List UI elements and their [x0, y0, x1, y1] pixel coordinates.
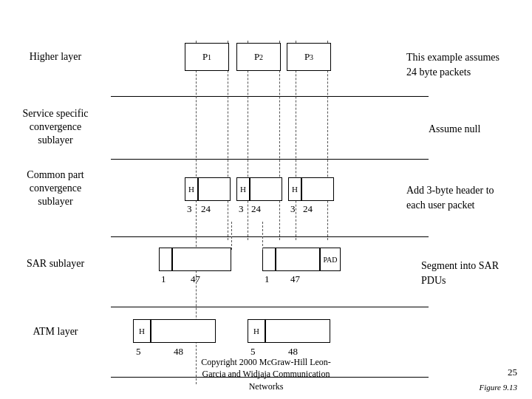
atm-data2 [265, 319, 330, 343]
annotation-higher: This example assumes 24 byte packets [406, 50, 525, 79]
sar-label-47-1: 47 [191, 273, 200, 285]
sar-seg2-1 [262, 248, 276, 271]
cpcs-label-3-2: 3 [239, 203, 244, 215]
cpcs-data2 [250, 177, 282, 201]
atm-layer-label: ATM layer [7, 325, 103, 338]
sar-label-1-1: 1 [161, 273, 166, 285]
hline-1 [111, 96, 429, 97]
atm-data1 [151, 319, 216, 343]
annotation-service: Assume null [429, 122, 525, 137]
packet-p2: P2 [236, 43, 281, 71]
cpcs-data1 [198, 177, 231, 201]
cpcs-data3 [301, 177, 334, 201]
cpcs-h2: H [236, 177, 250, 201]
cpcs-label-3-3: 3 [290, 203, 296, 215]
cpcs-h1: H [185, 177, 198, 201]
atm-label-5-1: 5 [136, 346, 141, 358]
sar-pad: PAD [320, 248, 341, 271]
vdash-sar-1 [231, 222, 232, 250]
atm-h1: H [133, 319, 151, 343]
higher-layer-label: Higher layer [7, 50, 103, 64]
diagram: Higher layer Service specific convergenc… [0, 0, 532, 399]
page-number: 25 [508, 366, 517, 378]
annotation-sar: Segment into SAR PDUs [421, 259, 525, 287]
sar-label-1-2: 1 [265, 273, 270, 285]
figure-label: Figure 9.13 [479, 383, 517, 392]
footer-copyright: Copyright 2000 McGraw-Hill Leon- Garcia … [201, 356, 331, 393]
atm-h2: H [248, 319, 265, 343]
packet-p1: P1 [185, 43, 229, 71]
hline-2 [111, 159, 429, 160]
hline-4 [111, 307, 429, 307]
cpcs-h3: H [288, 177, 301, 201]
vdash-sar-2 [262, 222, 263, 250]
cpcs-label-24-3: 24 [303, 203, 313, 215]
annotation-common: Add 3-byte header to each user packet [406, 183, 525, 212]
sar-label-47-2: 47 [290, 273, 300, 285]
sar-seg2-2 [276, 248, 320, 271]
cpcs-label-24-2: 24 [251, 203, 261, 215]
cpcs-label-24-1: 24 [201, 203, 211, 215]
common-layer-label: Common part convergence sublayer [7, 168, 103, 209]
service-layer-label: Service specific convergence sublayer [7, 107, 103, 148]
sar-layer-label: SAR sublayer [7, 257, 103, 270]
sar-seg1-1 [159, 248, 172, 271]
atm-label-48-1: 48 [174, 346, 183, 358]
cpcs-label-3-1: 3 [187, 203, 192, 215]
sar-seg1-2 [172, 248, 231, 271]
packet-p3: P3 [287, 43, 331, 71]
hline-3 [111, 236, 429, 237]
